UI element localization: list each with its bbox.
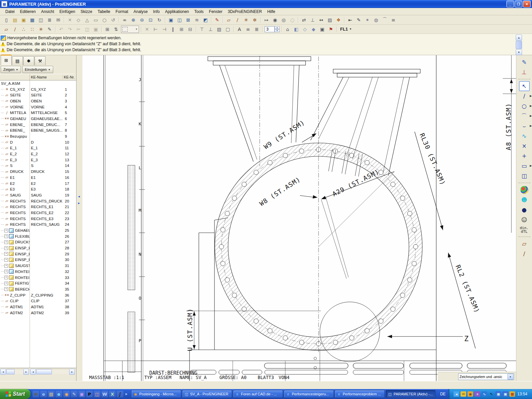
erase-icon[interactable]: ✕ (143, 25, 151, 33)
datum-plane-display-icon[interactable]: ▱ (224, 16, 233, 24)
triangle-display-icon[interactable]: △ (83, 16, 91, 24)
ghost-icon[interactable]: ◌ (288, 16, 297, 24)
expand-plus-icon[interactable]: + (4, 264, 8, 268)
antivirus-tray-icon[interactable]: + (474, 391, 480, 397)
message-row[interactable]: Die Geometrie, die als Ursprung von Deta… (1, 41, 532, 47)
expand-plus-icon[interactable]: + (4, 282, 8, 285)
model-colors-icon[interactable] (520, 186, 528, 194)
expand-plus-icon[interactable]: + (4, 229, 8, 232)
tree-row[interactable]: +FERTIGT34 (0, 280, 76, 286)
scroll-up-icon[interactable]: ▲ (516, 35, 522, 41)
tab-favorites[interactable]: ✱ (23, 56, 34, 65)
einstellungen-button[interactable]: Einstellungen▼ (22, 66, 53, 73)
ql-outlook-icon[interactable]: ✉ (33, 391, 39, 397)
datum-axis-icon[interactable]: ∕ (519, 249, 530, 259)
normals-icon[interactable]: ⊥ (308, 16, 317, 24)
taskbar-window-button[interactable]: ◉Posteingang - Micros... (131, 390, 181, 398)
tree-row[interactable]: ▱VORNEVORNE4 (0, 104, 76, 110)
ref-dim-icon[interactable]: ⊣ (160, 25, 169, 33)
tree-row[interactable]: ▱SEITESEITE2 (0, 92, 76, 98)
tab-folder-browser[interactable]: ▤ (12, 56, 23, 65)
tree-row[interactable]: +EINSP_E30 (0, 257, 76, 263)
tree-row[interactable]: ▱CLIPCLIP37 (0, 298, 76, 304)
datum-plane-icon[interactable]: ▱ (519, 239, 530, 249)
window-close-icon[interactable]: ⊠ (184, 16, 193, 24)
tree-row[interactable]: ∕MITTELAMITTELACHSE5 (0, 110, 76, 116)
measure-icon[interactable]: ↔ (317, 16, 326, 24)
open-module-icon[interactable]: ▣ (19, 16, 28, 24)
undo-icon[interactable]: ↶ (57, 25, 66, 33)
constraint-annotation-icon[interactable]: ⊥ (519, 67, 530, 77)
tree-row[interactable]: ▱OBENOBEN3 (0, 98, 76, 104)
tree-row[interactable]: ××GEHAEUGEHAEUSELAE...6 (0, 116, 76, 122)
eye-icon[interactable]: ◉ (271, 16, 279, 24)
visibility-icon[interactable]: ◎ (279, 16, 288, 24)
ql-ptc-icon[interactable]: P (86, 391, 93, 397)
ql-word-icon[interactable]: W (101, 391, 108, 397)
network-tray-icon[interactable]: ▣ (495, 391, 501, 397)
hidden-line-mode-icon[interactable]: ◆ (309, 25, 318, 33)
text-style-icon[interactable]: A (235, 25, 244, 33)
sketch-create-icon[interactable]: ✎ (45, 25, 54, 33)
annotation-feature-icon[interactable]: ✎ (519, 57, 530, 67)
tree-row[interactable]: ▱DRUCKDRUCK15 (0, 169, 76, 175)
tree-row[interactable]: ▱SS14 (0, 163, 76, 169)
fl1-menu[interactable]: FL1▼ (338, 27, 354, 32)
align-bottom-icon[interactable]: ⊥ (206, 25, 215, 33)
selection-filter-dropdown[interactable]: Zeichnungselem und -ansic ▼ (458, 373, 514, 380)
tree-row[interactable]: +BERECH35 (0, 286, 76, 292)
zoom-window-icon[interactable]: ⊡ (146, 16, 155, 24)
menu-datei[interactable]: Datei (3, 9, 17, 15)
tree-row[interactable]: ××Z_CLIPPZ_CLIPPING36 (0, 292, 76, 298)
cut-icon[interactable]: ✂ (74, 25, 83, 33)
fillet-tool-icon[interactable]: ⌣▶ (519, 121, 530, 131)
tree-row[interactable]: ▱EBENE_EBENE_SAUGS...8 (0, 128, 76, 134)
selection-filter-combo[interactable]: ▼ (121, 26, 139, 33)
dim-create-icon[interactable]: ⊢ (151, 25, 160, 33)
taskbar-window-button[interactable]: ◫SV_A - Pro/ENGINEER (182, 390, 232, 398)
tree-row[interactable]: ▱DD10 (0, 139, 76, 145)
table-file-icon[interactable]: ⊟ (186, 25, 195, 33)
tree-root-row[interactable]: SV_A.ASM (0, 80, 76, 86)
tree-row[interactable]: ▱ADTM1ADTM138 (0, 304, 76, 310)
tree-row[interactable]: +ROHTEIL33 (0, 275, 76, 281)
tree-row[interactable]: ▱E2E217 (0, 181, 76, 187)
table-create-icon[interactable]: ⊞ (177, 25, 186, 33)
new-file-icon[interactable]: ▯ (2, 16, 11, 24)
din-dtl-icon[interactable]: din.dTL (519, 225, 530, 235)
tree-row[interactable]: +EINSP_E28 (0, 245, 76, 251)
datum-axis-display-icon[interactable]: ∕ (233, 16, 242, 24)
datum-point-create-icon[interactable]: ∴ (19, 25, 28, 33)
datum-axis-create-icon[interactable]: ∕ (11, 25, 19, 33)
language-indicator[interactable]: DE (438, 391, 448, 397)
message-row[interactable]: Die Geometrie, die als Ursprung von Deta… (1, 47, 532, 53)
pointer-tray-icon[interactable]: ↖ (488, 391, 494, 397)
window-activate-icon[interactable]: ▣ (167, 16, 175, 24)
tree-row[interactable]: ××Bezugspu9 (0, 133, 76, 139)
menu-analyse[interactable]: Analyse (131, 9, 151, 15)
tree-hscrollbar-right[interactable]: ◄ ► (30, 369, 75, 374)
view-glasses-icon[interactable]: ∞ (120, 16, 129, 24)
network2-tray-icon[interactable]: ▣ (502, 391, 508, 397)
ql-folder-icon[interactable]: ▤ (48, 391, 55, 397)
menu-ansicht[interactable]: Ansicht (38, 9, 57, 15)
menu-applikationen[interactable]: Applikationen (162, 9, 192, 15)
menu-fenster[interactable]: Fenster (206, 9, 225, 15)
wireframe-mode-icon[interactable]: ◇ (301, 25, 309, 33)
open-file-icon[interactable]: ▤ (11, 16, 19, 24)
print-icon[interactable]: ≣ (45, 16, 54, 24)
menu-editieren[interactable]: Editieren (17, 9, 38, 15)
copy-icon[interactable]: ◫ (83, 25, 91, 33)
tree-row[interactable]: ▱ADTM2ADTM239 (0, 310, 76, 316)
tree-row[interactable]: ▱E_3E_313 (0, 157, 76, 163)
taskbar-window-button[interactable]: ePerformanceproblem ... (335, 390, 385, 398)
column-ke-nr[interactable]: KE-Nr. (63, 75, 78, 79)
ball-navy-icon[interactable]: ● (519, 205, 530, 215)
maximize-button[interactable]: ❐ (515, 1, 522, 7)
tree-row[interactable]: +DRUCKS27 (0, 239, 76, 245)
ql-window-icon[interactable]: ◫ (94, 391, 100, 397)
expand-plus-icon[interactable]: + (4, 276, 8, 279)
message-row[interactable]: Hervorgehobene Bemaßungen können nicht r… (1, 35, 532, 41)
palette-icon[interactable]: ❖ (334, 16, 343, 24)
quicklaunch-overflow-chevron[interactable]: » (124, 392, 128, 396)
